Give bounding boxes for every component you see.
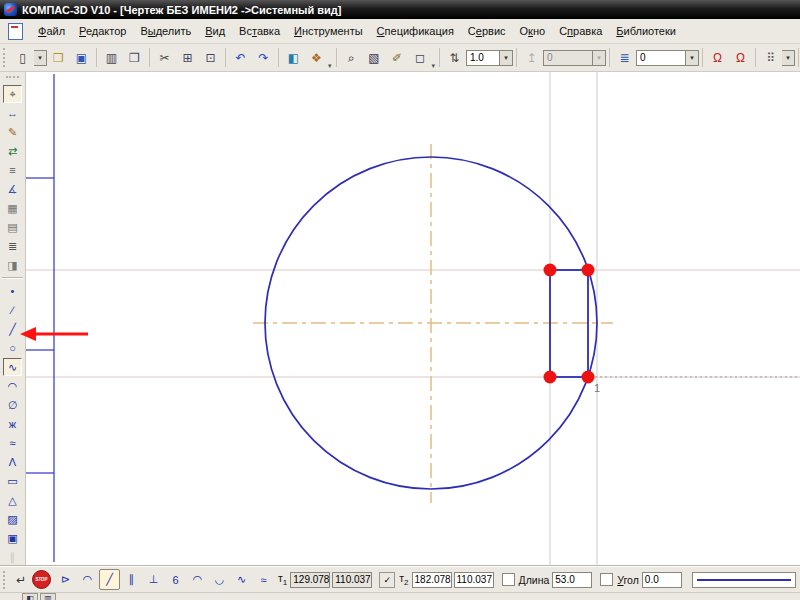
mode-arc-continue[interactable]: ◠ xyxy=(77,569,98,590)
tool-hatch[interactable]: ▨ xyxy=(3,510,22,528)
app-icon[interactable] xyxy=(4,3,17,16)
mode-tangent-exit[interactable]: 6 xyxy=(165,569,186,590)
tool-polyline[interactable]: Λ xyxy=(3,453,22,471)
angle-field[interactable]: 0.0 xyxy=(642,572,682,588)
panel-reports[interactable]: ≣ xyxy=(3,237,22,255)
layers-button[interactable]: ≣ xyxy=(613,46,636,69)
zoom-frame-button[interactable]: ▧ xyxy=(363,46,386,69)
panel-editing[interactable]: ⇄ xyxy=(3,142,22,160)
tool-nurbs[interactable]: ≈ xyxy=(3,434,22,452)
menu-view[interactable]: Вид xyxy=(198,22,232,40)
panel-dimensions[interactable]: ↔ xyxy=(3,104,22,122)
toolbar-grip[interactable] xyxy=(3,48,8,67)
panel-selection[interactable]: ▦ xyxy=(3,199,22,217)
mode-arc-3pt[interactable]: ◡ xyxy=(209,569,230,590)
layer-field[interactable]: 0 xyxy=(636,50,686,66)
separator xyxy=(516,48,517,67)
tool-polygon[interactable]: △ xyxy=(3,491,22,509)
mode-parallel[interactable]: ∥ xyxy=(121,569,142,590)
tool-auxiliary-line[interactable]: ∕ xyxy=(3,301,22,319)
mode-perpendicular[interactable]: ⊥ xyxy=(143,569,164,590)
mode-bezier[interactable]: ≈ xyxy=(253,569,274,590)
tool-segment[interactable]: ╱ xyxy=(3,320,22,338)
document-manager-button[interactable]: ◧ xyxy=(282,46,305,69)
grid-button[interactable]: ⠿ xyxy=(759,46,782,69)
title-bar: КОМПАС-3D V10 - [Чертеж БЕЗ ИМЕНИ2 ->Сис… xyxy=(0,0,800,19)
panel-specification[interactable]: ▤ xyxy=(3,218,22,236)
angle-checkbox[interactable] xyxy=(600,573,613,586)
menu-editor[interactable]: Редактор xyxy=(72,22,133,40)
print-preview-button[interactable]: ▥ xyxy=(100,46,123,69)
panel-library[interactable]: ◨ xyxy=(3,256,22,274)
create-object-button[interactable]: ↵ xyxy=(12,571,30,589)
tool-ellipse[interactable]: ∅ xyxy=(3,396,22,414)
compact-panel-grip[interactable] xyxy=(6,76,19,81)
show-all-button[interactable]: ◻ xyxy=(409,46,432,69)
tool-circle[interactable]: ○ xyxy=(3,339,22,357)
mode-tangent-entry[interactable]: ◠ xyxy=(187,569,208,590)
menu-file[interactable]: Файл xyxy=(31,22,72,40)
current-scale-button[interactable]: ⇅ xyxy=(443,46,466,69)
menu-tools[interactable]: Инструменты xyxy=(287,22,370,40)
panel-measurement[interactable]: ∡ xyxy=(3,180,22,198)
paste-button[interactable]: ⊡ xyxy=(199,46,222,69)
new-document-button[interactable]: ▯ xyxy=(11,46,34,69)
redo-button[interactable]: ↷ xyxy=(252,46,275,69)
length-checkbox[interactable] xyxy=(502,573,515,586)
menu-service[interactable]: Сервис xyxy=(461,22,513,40)
tool-arc[interactable]: ◠ xyxy=(3,377,22,395)
tool-rectangle[interactable]: ▭ xyxy=(3,472,22,490)
copy-button[interactable]: ⊞ xyxy=(176,46,199,69)
new-document-dropdown[interactable]: ▾ xyxy=(34,50,47,66)
t2-fix-toggle[interactable]: ✓ xyxy=(379,572,395,588)
row2-button-1[interactable]: ◧ xyxy=(22,593,38,600)
cut-button[interactable]: ✂ xyxy=(153,46,176,69)
menu-help[interactable]: Справка xyxy=(552,22,609,40)
document-window-icon[interactable] xyxy=(8,23,23,40)
window-title: КОМПАС-3D V10 - [Чертеж БЕЗ ИМЕНИ2 ->Сис… xyxy=(22,4,341,16)
separator xyxy=(336,48,337,67)
panel-annotations[interactable]: ✎ xyxy=(3,123,22,141)
undo-button[interactable]: ↶ xyxy=(229,46,252,69)
layer-dropdown[interactable]: ▾ xyxy=(686,50,699,66)
tool-point[interactable]: • xyxy=(3,282,22,300)
open-button[interactable]: ❒ xyxy=(47,46,70,69)
menu-select[interactable]: Выделить xyxy=(133,22,198,40)
t1-y-field[interactable]: 110.037 xyxy=(332,572,372,588)
property-bar: ↵ STOP ⊳◠╱∥⊥6◠◡∿≈ т1 129.078 110.037 ✓ т… xyxy=(0,566,800,592)
line-style-selector[interactable] xyxy=(692,572,796,588)
import-button[interactable]: ❐ xyxy=(123,46,146,69)
toolbar-overflow-1[interactable]: ▾ xyxy=(328,62,332,70)
scale-field[interactable]: 1.0 xyxy=(466,50,500,66)
property-bar-grip[interactable] xyxy=(3,571,8,589)
abort-command-button[interactable]: STOP xyxy=(32,570,51,589)
menu-window[interactable]: Окно xyxy=(513,22,553,40)
t2-x-field[interactable]: 182.078 xyxy=(412,572,452,588)
menu-libraries[interactable]: Библиотеки xyxy=(609,22,683,40)
grid-dropdown[interactable]: ▾ xyxy=(782,50,795,66)
snaps-button[interactable]: Ω xyxy=(706,46,729,69)
panel-parametrization[interactable]: ≡ xyxy=(3,161,22,179)
mode-flag[interactable]: ⊳ xyxy=(55,569,76,590)
menu-specification[interactable]: Спецификация xyxy=(370,22,461,40)
t1-x-field[interactable]: 129.078 xyxy=(290,572,330,588)
tool-continuous-input[interactable]: ∿ xyxy=(3,358,22,376)
zoom-button[interactable]: ⌕ xyxy=(340,46,363,69)
tool-bezier[interactable]: ж xyxy=(3,415,22,433)
redraw-button[interactable]: ✐ xyxy=(386,46,409,69)
menu-insert[interactable]: Вставка xyxy=(232,22,287,40)
scale-dropdown[interactable]: ▾ xyxy=(500,50,513,66)
save-button[interactable]: ▣ xyxy=(70,46,93,69)
row2-button-2[interactable]: ▥ xyxy=(40,593,56,600)
panel-geometry[interactable]: ⌖ xyxy=(3,85,22,103)
snap-settings-button[interactable]: Ω xyxy=(729,46,752,69)
mode-segment[interactable]: ╱ xyxy=(99,569,120,590)
toolbar-overflow-2[interactable]: ▾ xyxy=(432,62,436,70)
mode-spline[interactable]: ∿ xyxy=(231,569,252,590)
t2-y-field[interactable]: 110.037 xyxy=(454,572,494,588)
drawing-canvas[interactable] xyxy=(26,72,800,566)
variables-button[interactable]: ❖ xyxy=(305,46,328,69)
t2-label: т2 xyxy=(399,572,408,587)
tool-collect-contour[interactable]: ▣ xyxy=(3,529,22,547)
length-field[interactable]: 53.0 xyxy=(552,572,592,588)
